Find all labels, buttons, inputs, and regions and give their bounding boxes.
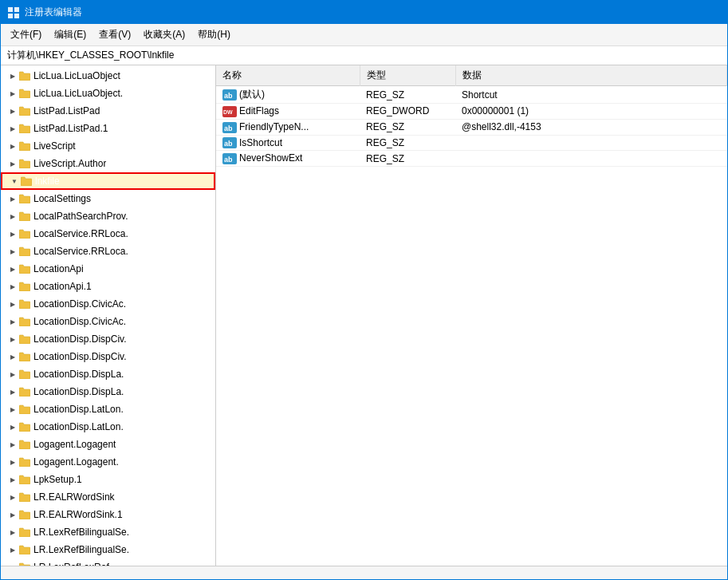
tree-item-locationdisptatlon2[interactable]: ▶ LocationDisp.LatLon. [1,418,215,436]
tree-arrow-locationdispcivica1: ▶ [7,301,18,308]
svg-text:DW: DW [223,109,233,115]
folder-icon-locationdispdispciv2 [18,350,31,363]
tree-item-localservicerrloca2[interactable]: ▶ LocalService.RRLoca. [1,243,215,260]
tree-panel[interactable]: ▶ LicLua.LicLuaObject▶ LicLua.LicLuaObje… [1,65,216,566]
address-text: 计算机\HKEY_CLASSES_ROOT\lnkfile [7,49,174,62]
folder-icon-lrealrwordsink [18,491,31,503]
tree-item-locationdispdispciv2[interactable]: ▶ LocationDisp.DispCiv. [1,348,215,365]
tree-item-localservicerrloca1[interactable]: ▶ LocalService.RRLoca. [1,225,215,243]
cell-name-isshortcut: ab IsShortcut [216,135,360,151]
reg-type-icon-friendlytypename: ab [222,122,237,133]
tree-label-localpathsearch: LocalPathSearchProv. [33,211,128,222]
cell-type-nevershowext: REG_SZ [360,151,455,167]
tree-label-livescriptauthor: LiveScript.Author [33,158,106,169]
folder-icon-locationapi [18,262,31,275]
tree-item-lnkfile[interactable]: ▼ lnkfile [1,172,215,190]
tree-label-logagent2: Logagent.Logagent. [33,456,119,468]
tree-item-lrlexrefbilingual1[interactable]: ▶ LR.LexRefBilingualSe. [1,523,215,541]
svg-rect-3 [14,14,19,18]
tree-item-lrlexreflexref[interactable]: ▶ LR.LexRefLexRef. [1,558,215,566]
tree-arrow-logagent: ▶ [7,441,18,448]
tree-label-liclua-liclua: LicLua.LicLuaObject [33,70,120,81]
menu-bar: 文件(F) 编辑(E) 查看(V) 收藏夹(A) 帮助(H) [1,24,727,46]
tree-item-locationdispdispla2[interactable]: ▶ LocationDisp.DispLa. [1,383,215,400]
tree-item-locationapi1[interactable]: ▶ LocationApi.1 [1,278,215,295]
tree-item-livescriptauthor[interactable]: ▶ LiveScript.Author [1,155,215,172]
tree-arrow-liclua-liclua2: ▶ [7,90,18,97]
tree-item-logagent2[interactable]: ▶ Logagent.Logagent. [1,453,215,471]
table-row[interactable]: DW EditFlagsREG_DWORD0x00000001 (1) [216,104,727,120]
reg-type-icon-default: ab [222,89,237,101]
tree-label-locationdispcivica1: LocationDisp.CivicAc. [33,298,126,310]
status-text [7,568,10,578]
tree-arrow-liclua-liclua: ▶ [7,73,18,80]
table-row[interactable]: ab NeverShowExtREG_SZ [216,151,727,167]
menu-file[interactable]: 文件(F) [4,26,48,44]
table-row[interactable]: ab (默认)REG_SZShortcut [216,86,727,104]
menu-view[interactable]: 查看(V) [92,26,137,44]
cell-name-editflags: DW EditFlags [216,104,360,120]
tree-label-localsettings: LocalSettings [33,193,91,204]
tree-label-locationdisptatlon2: LocationDisp.LatLon. [33,421,124,432]
tree-arrow-locationdisptatlon2: ▶ [7,424,18,431]
tree-label-localservicerrloca2: LocalService.RRLoca. [33,246,128,257]
tree-item-lpksetup1[interactable]: ▶ LpkSetup.1 [1,471,215,488]
tree-item-locationdispdispla1[interactable]: ▶ LocationDisp.DispLa. [1,365,215,383]
title-bar: 注册表编辑器 [1,1,727,24]
tree-item-localsettings[interactable]: ▶ LocalSettings [1,190,215,207]
tree-item-locationdisptatlon1[interactable]: ▶ LocationDisp.LatLon. [1,400,215,418]
window-title: 注册表编辑器 [25,6,82,19]
content-panel[interactable]: 名称 类型 数据 ab (默认)REG_SZShortcut DW EditFl… [216,65,727,566]
folder-icon-localservicerrloca1 [18,227,31,240]
tree-item-locationdispcivica2[interactable]: ▶ LocationDisp.CivicAc. [1,313,215,330]
tree-item-lrealrwordsink1[interactable]: ▶ LR.EALRWordSink.1 [1,506,215,523]
tree-item-livescript[interactable]: ▶ LiveScript [1,137,215,155]
folder-icon-logagent [18,438,31,451]
tree-item-localpathsearch[interactable]: ▶ LocalPathSearchProv. [1,207,215,225]
svg-text:ab: ab [224,140,233,148]
tree-item-logagent[interactable]: ▶ Logagent.Logagent [1,436,215,453]
app-icon [7,6,20,19]
tree-arrow-locationdispdispla1: ▶ [7,371,18,378]
tree-label-locationdispdispciv2: LocationDisp.DispCiv. [33,351,127,362]
folder-icon-locationdispcivica2 [18,315,31,328]
tree-item-liclua-liclua2[interactable]: ▶ LicLua.LicLuaObject. [1,85,215,102]
tree-item-lrlexrefbilingual2[interactable]: ▶ LR.LexRefBilingualSe. [1,541,215,558]
cell-data-isshortcut [455,135,727,151]
folder-icon-lrealrwordsink1 [18,508,31,521]
folder-icon-livescript [18,140,31,152]
cell-type-editflags: REG_DWORD [360,104,455,120]
tree-arrow-locationdispdispciv1: ▶ [7,336,18,343]
col-type[interactable]: 类型 [360,65,455,86]
tree-item-listpad1[interactable]: ▶ ListPad.ListPad.1 [1,120,215,137]
cell-data-friendlytypename: @shell32.dll,-4153 [455,119,727,135]
table-row[interactable]: ab FriendlyTypeN...REG_SZ@shell32.dll,-4… [216,119,727,135]
menu-favorites[interactable]: 收藏夹(A) [137,26,191,44]
col-name[interactable]: 名称 [216,65,360,86]
table-header-row: 名称 类型 数据 [216,65,727,86]
table-row[interactable]: ab IsShortcutREG_SZ [216,135,727,151]
svg-text:ab: ab [224,156,233,164]
tree-item-liclua-liclua[interactable]: ▶ LicLua.LicLuaObject [1,67,215,85]
tree-label-lrlexrefbilingual2: LR.LexRefBilingualSe. [33,544,129,555]
tree-item-locationdispcivica1[interactable]: ▶ LocationDisp.CivicAc. [1,295,215,313]
cell-name-friendlytypename: ab FriendlyTypeN... [216,119,360,135]
folder-icon-locationdispdispciv1 [18,333,31,345]
address-bar: 计算机\HKEY_CLASSES_ROOT\lnkfile [1,46,727,65]
tree-label-locationdispdispla2: LocationDisp.DispLa. [33,386,124,397]
tree-item-locationapi[interactable]: ▶ LocationApi [1,260,215,278]
tree-label-livescript: LiveScript [33,140,76,152]
menu-help[interactable]: 帮助(H) [191,26,237,44]
tree-item-locationdispdispciv1[interactable]: ▶ LocationDisp.DispCiv. [1,330,215,348]
tree-item-lrealrwordsink[interactable]: ▶ LR.EALRWordSink [1,488,215,506]
col-data[interactable]: 数据 [455,65,727,86]
menu-edit[interactable]: 编辑(E) [48,26,92,44]
main-area: ▶ LicLua.LicLuaObject▶ LicLua.LicLuaObje… [1,65,727,566]
folder-icon-lpksetup1 [18,473,31,486]
folder-icon-liclua-liclua [18,69,31,82]
svg-text:ab: ab [224,92,233,100]
reg-type-icon-isshortcut: ab [222,137,237,148]
tree-arrow-localservicerrloca2: ▶ [7,248,18,255]
tree-arrow-lrealrwordsink: ▶ [7,494,18,501]
tree-item-listpad[interactable]: ▶ ListPad.ListPad [1,102,215,120]
